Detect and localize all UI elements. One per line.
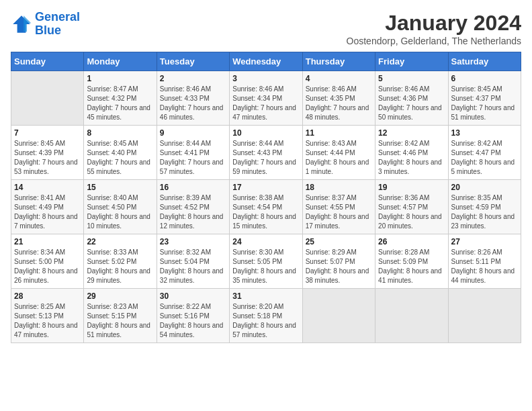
page-header: General Blue January 2024 Oostendorp, Ge… <box>11 11 521 46</box>
logo-text: General Blue <box>35 11 80 38</box>
calendar-day-cell <box>448 289 521 343</box>
day-number: 17 <box>232 183 299 192</box>
day-info: Sunrise: 8:41 AMSunset: 4:49 PMDaylight:… <box>14 193 81 231</box>
day-info: Sunrise: 8:33 AMSunset: 5:02 PMDaylight:… <box>87 248 153 285</box>
day-info: Sunrise: 8:45 AMSunset: 4:39 PMDaylight:… <box>14 139 81 177</box>
calendar-day-cell: 22Sunrise: 8:33 AMSunset: 5:02 PMDayligh… <box>84 234 157 289</box>
day-info: Sunrise: 8:46 AMSunset: 4:33 PMDaylight:… <box>160 85 226 122</box>
calendar-day-cell <box>11 71 84 126</box>
day-number: 15 <box>87 183 153 192</box>
day-number: 3 <box>232 74 299 83</box>
day-number: 11 <box>306 128 372 138</box>
day-info: Sunrise: 8:39 AMSunset: 4:52 PMDaylight:… <box>160 193 226 231</box>
day-info: Sunrise: 8:42 AMSunset: 4:47 PMDaylight:… <box>451 139 518 177</box>
day-number: 8 <box>87 128 153 138</box>
day-info: Sunrise: 8:23 AMSunset: 5:15 PMDaylight:… <box>87 302 153 340</box>
calendar-day-cell <box>375 289 448 343</box>
day-number: 10 <box>232 128 299 138</box>
calendar-day-cell: 1Sunrise: 8:47 AMSunset: 4:32 PMDaylight… <box>84 71 157 126</box>
calendar-header-row: SundayMondayTuesdayWednesdayThursdayFrid… <box>11 52 521 71</box>
day-number: 29 <box>87 291 153 301</box>
calendar-day-cell: 24Sunrise: 8:30 AMSunset: 5:05 PMDayligh… <box>230 234 302 289</box>
day-info: Sunrise: 8:45 AMSunset: 4:37 PMDaylight:… <box>451 85 518 122</box>
logo-line1: General <box>35 10 80 24</box>
weekday-header: Tuesday <box>157 52 229 71</box>
calendar-day-cell: 31Sunrise: 8:20 AMSunset: 5:18 PMDayligh… <box>230 289 302 343</box>
calendar-day-cell: 19Sunrise: 8:36 AMSunset: 4:57 PMDayligh… <box>375 180 448 234</box>
calendar-day-cell: 9Sunrise: 8:44 AMSunset: 4:41 PMDaylight… <box>157 126 229 180</box>
day-info: Sunrise: 8:22 AMSunset: 5:16 PMDaylight:… <box>160 302 226 340</box>
day-info: Sunrise: 8:38 AMSunset: 4:54 PMDaylight:… <box>232 193 299 231</box>
logo: General Blue <box>11 11 80 38</box>
calendar-week-row: 7Sunrise: 8:45 AMSunset: 4:39 PMDaylight… <box>11 126 521 180</box>
day-number: 30 <box>160 291 226 301</box>
day-number: 28 <box>14 291 81 301</box>
day-info: Sunrise: 8:20 AMSunset: 5:18 PMDaylight:… <box>232 302 299 340</box>
day-number: 14 <box>14 183 81 192</box>
day-number: 1 <box>87 74 153 83</box>
calendar-day-cell: 29Sunrise: 8:23 AMSunset: 5:15 PMDayligh… <box>84 289 157 343</box>
day-info: Sunrise: 8:35 AMSunset: 4:59 PMDaylight:… <box>451 193 518 231</box>
day-number: 19 <box>378 183 445 192</box>
calendar-week-row: 28Sunrise: 8:25 AMSunset: 5:13 PMDayligh… <box>11 289 521 343</box>
calendar-day-cell: 4Sunrise: 8:46 AMSunset: 4:35 PMDaylight… <box>302 71 375 126</box>
day-number: 16 <box>160 183 226 192</box>
calendar-day-cell: 7Sunrise: 8:45 AMSunset: 4:39 PMDaylight… <box>11 126 84 180</box>
calendar-day-cell: 27Sunrise: 8:26 AMSunset: 5:11 PMDayligh… <box>448 234 521 289</box>
calendar-week-row: 14Sunrise: 8:41 AMSunset: 4:49 PMDayligh… <box>11 180 521 234</box>
day-number: 5 <box>378 74 445 83</box>
calendar-day-cell: 11Sunrise: 8:43 AMSunset: 4:44 PMDayligh… <box>302 126 375 180</box>
title-block: January 2024 Oostendorp, Gelderland, The… <box>347 11 521 46</box>
calendar-day-cell <box>302 289 375 343</box>
calendar-week-row: 1Sunrise: 8:47 AMSunset: 4:32 PMDaylight… <box>11 71 521 126</box>
weekday-header: Wednesday <box>230 52 302 71</box>
day-info: Sunrise: 8:29 AMSunset: 5:07 PMDaylight:… <box>306 248 372 285</box>
day-info: Sunrise: 8:30 AMSunset: 5:05 PMDaylight:… <box>232 248 299 285</box>
calendar-day-cell: 5Sunrise: 8:46 AMSunset: 4:36 PMDaylight… <box>375 71 448 126</box>
calendar-day-cell: 26Sunrise: 8:28 AMSunset: 5:09 PMDayligh… <box>375 234 448 289</box>
day-number: 31 <box>232 291 299 301</box>
day-number: 26 <box>378 237 445 246</box>
calendar-day-cell: 2Sunrise: 8:46 AMSunset: 4:33 PMDaylight… <box>157 71 229 126</box>
day-number: 21 <box>14 237 81 246</box>
day-number: 7 <box>14 128 81 138</box>
day-info: Sunrise: 8:46 AMSunset: 4:36 PMDaylight:… <box>378 85 445 122</box>
day-number: 9 <box>160 128 226 138</box>
weekday-header: Friday <box>375 52 448 71</box>
calendar-day-cell: 6Sunrise: 8:45 AMSunset: 4:37 PMDaylight… <box>448 71 521 126</box>
svg-marker-0 <box>13 15 30 33</box>
logo-icon <box>11 13 32 35</box>
day-number: 20 <box>451 183 518 192</box>
day-info: Sunrise: 8:28 AMSunset: 5:09 PMDaylight:… <box>378 248 445 285</box>
calendar-day-cell: 13Sunrise: 8:42 AMSunset: 4:47 PMDayligh… <box>448 126 521 180</box>
calendar-day-cell: 17Sunrise: 8:38 AMSunset: 4:54 PMDayligh… <box>230 180 302 234</box>
calendar-week-row: 21Sunrise: 8:34 AMSunset: 5:00 PMDayligh… <box>11 234 521 289</box>
calendar-day-cell: 21Sunrise: 8:34 AMSunset: 5:00 PMDayligh… <box>11 234 84 289</box>
calendar-day-cell: 23Sunrise: 8:32 AMSunset: 5:04 PMDayligh… <box>157 234 229 289</box>
calendar-day-cell: 8Sunrise: 8:45 AMSunset: 4:40 PMDaylight… <box>84 126 157 180</box>
weekday-header: Sunday <box>11 52 84 71</box>
location: Oostendorp, Gelderland, The Netherlands <box>347 36 521 46</box>
day-info: Sunrise: 8:25 AMSunset: 5:13 PMDaylight:… <box>14 302 81 340</box>
weekday-header: Monday <box>84 52 157 71</box>
day-number: 22 <box>87 237 153 246</box>
month-title: January 2024 <box>347 11 521 36</box>
logo-line2: Blue <box>35 24 61 37</box>
day-info: Sunrise: 8:40 AMSunset: 4:50 PMDaylight:… <box>87 193 153 231</box>
weekday-header: Saturday <box>448 52 521 71</box>
calendar-day-cell: 28Sunrise: 8:25 AMSunset: 5:13 PMDayligh… <box>11 289 84 343</box>
day-info: Sunrise: 8:34 AMSunset: 5:00 PMDaylight:… <box>14 248 81 285</box>
day-number: 23 <box>160 237 226 246</box>
day-number: 2 <box>160 74 226 83</box>
calendar-day-cell: 25Sunrise: 8:29 AMSunset: 5:07 PMDayligh… <box>302 234 375 289</box>
day-info: Sunrise: 8:42 AMSunset: 4:46 PMDaylight:… <box>378 139 445 177</box>
day-info: Sunrise: 8:45 AMSunset: 4:40 PMDaylight:… <box>87 139 153 177</box>
weekday-header: Thursday <box>302 52 375 71</box>
day-info: Sunrise: 8:46 AMSunset: 4:34 PMDaylight:… <box>232 85 299 122</box>
day-number: 27 <box>451 237 518 246</box>
calendar-day-cell: 20Sunrise: 8:35 AMSunset: 4:59 PMDayligh… <box>448 180 521 234</box>
day-info: Sunrise: 8:36 AMSunset: 4:57 PMDaylight:… <box>378 193 445 231</box>
calendar-day-cell: 15Sunrise: 8:40 AMSunset: 4:50 PMDayligh… <box>84 180 157 234</box>
calendar-day-cell: 14Sunrise: 8:41 AMSunset: 4:49 PMDayligh… <box>11 180 84 234</box>
day-number: 24 <box>232 237 299 246</box>
